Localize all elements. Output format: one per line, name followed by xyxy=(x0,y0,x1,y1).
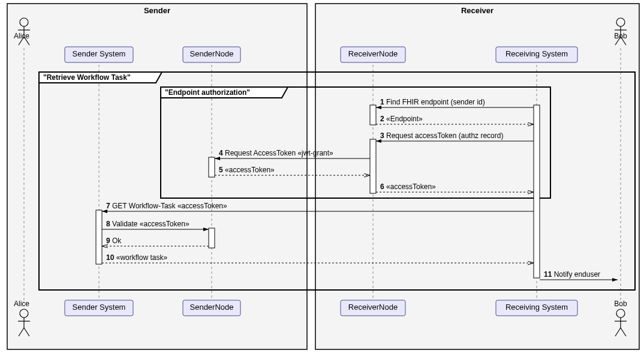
frame-inner-title: "Endpoint authorization" xyxy=(165,88,250,97)
actor-bob-top-label: Bob xyxy=(614,32,627,40)
actor-alice-top-label: Alice xyxy=(14,32,29,40)
participant-receiver-node-top-label: ReceiverNode xyxy=(348,49,398,58)
activation-sender-node-1 xyxy=(209,157,215,177)
group-sender-label: Sender xyxy=(144,6,170,15)
activation-sender-node-2 xyxy=(209,228,215,248)
participant-sender-system-bottom-label: Sender System xyxy=(73,303,126,312)
msg-8-label: 8 Validate «accessToken» xyxy=(106,220,189,228)
group-sender xyxy=(7,4,307,349)
msg-5-label: 5 «accessToken» xyxy=(219,166,275,174)
msg-7-label: 7 GET Workflow-Task «accessToken» xyxy=(106,202,227,210)
msg-11-label: 11 Notify enduser xyxy=(544,270,600,279)
msg-10-label: 10 «workflow task» xyxy=(106,253,167,262)
msg-9-label: 9 Ok xyxy=(106,237,122,245)
participant-receiving-system-bottom-label: Receiving System xyxy=(505,303,568,312)
actor-bob-bottom-label: Bob xyxy=(614,300,627,308)
activation-sender-system xyxy=(96,210,102,264)
msg-3-label: 3 Request accessToken (authz record) xyxy=(380,131,503,140)
msg-4-label: 4 Request AccessToken «jwt-grant» xyxy=(219,149,333,157)
activation-receiver-node-2 xyxy=(370,139,376,193)
msg-6-label: 6 «accessToken» xyxy=(380,183,436,191)
sequence-diagram: Sender Receiver Alice Bob Sender System … xyxy=(0,0,644,353)
actor-alice-bottom-label: Alice xyxy=(14,300,29,308)
participant-receiver-node-bottom-label: ReceiverNode xyxy=(348,303,398,312)
participant-sender-system-top-label: Sender System xyxy=(73,49,126,58)
participant-receiving-system-top-label: Receiving System xyxy=(505,49,568,58)
msg-2-label: 2 «Endpoint» xyxy=(380,115,423,123)
group-receiver-label: Receiver xyxy=(461,6,493,15)
participant-sender-node-top-label: SenderNode xyxy=(190,49,234,58)
msg-1-label: 1 Find FHIR endpoint (sender id) xyxy=(380,98,485,106)
participant-sender-node-bottom-label: SenderNode xyxy=(190,303,234,312)
frame-outer-title: "Retrieve Workflow Task" xyxy=(43,73,131,82)
activation-receiver-node-1 xyxy=(370,105,376,125)
activation-receiving-system xyxy=(534,105,540,278)
